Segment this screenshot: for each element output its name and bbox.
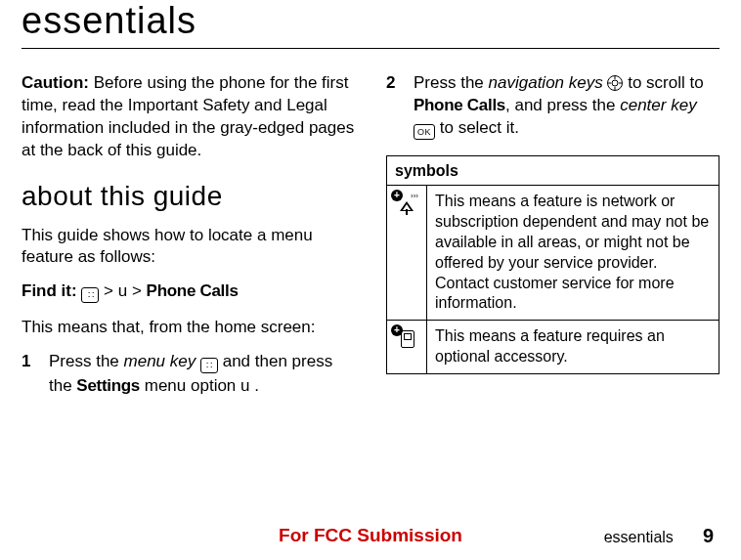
menu-key-icon: ∷ [81, 282, 99, 305]
network-dependent-icon: ››› + [395, 194, 418, 217]
findit-u-glyph: u [118, 281, 127, 300]
step2-center-key-term: center key [620, 96, 696, 114]
footer-right: essentials 9 [604, 525, 714, 547]
step-2-number: 2 [386, 72, 400, 142]
step-2-body: Press the navigation keys to scroll to P… [414, 72, 719, 142]
caution-label: Caution: [22, 73, 89, 92]
find-it-line: Find it: ∷ > u > Phone Calls [22, 280, 355, 305]
means-intro: This means that, from the home screen: [22, 317, 355, 339]
symbols-table: symbols ››› + This means a feature is ne… [386, 155, 719, 374]
about-this-guide-heading: about this guide [22, 178, 355, 215]
steps-list-left: 1 Press the menu key ∷ and then press th… [22, 351, 355, 398]
steps-list-right: 2 Press the navigation keys to scroll to… [386, 72, 719, 142]
navigation-key-icon [607, 75, 623, 91]
footer-page-number: 9 [703, 525, 714, 547]
page-footer: For FCC Submission essentials 9 [0, 525, 741, 546]
title-rule [22, 48, 719, 49]
symbol-row-network: ››› + This means a feature is network or… [387, 186, 719, 321]
step1-end: . [250, 376, 259, 395]
step2-text-a: Press the [414, 73, 489, 92]
findit-sep1: > [99, 281, 117, 300]
step2-phone-calls: Phone Calls [414, 96, 505, 114]
step1-menu-key-term: menu key [124, 352, 196, 370]
about-intro: This guide shows how to locate a menu fe… [22, 225, 355, 270]
symbol-network-text: This means a feature is network or subsc… [427, 186, 719, 321]
step1-text-a: Press the [49, 352, 124, 370]
step2-text-c: , and press the [505, 96, 620, 114]
fcc-submission-label: For FCC Submission [279, 525, 462, 546]
left-column: Caution: Before using the phone for the … [22, 72, 355, 408]
step2-navkeys-term: navigation keys [489, 73, 603, 92]
symbols-header: symbols [387, 155, 719, 186]
footer-section-name: essentials [604, 529, 674, 546]
step-1: 1 Press the menu key ∷ and then press th… [22, 351, 355, 398]
accessory-required-icon-cell: + [387, 321, 427, 374]
network-dependent-icon-cell: ››› + [387, 186, 427, 321]
step-1-number: 1 [22, 351, 35, 398]
page-title: essentials [22, 0, 719, 42]
step-1-body: Press the menu key ∷ and then press the … [49, 351, 355, 398]
symbol-accessory-text: This means a feature requires an optiona… [427, 321, 719, 374]
step2-text-b: to scroll to [623, 73, 703, 92]
step2-text-d: to select it. [435, 118, 519, 137]
step-2: 2 Press the navigation keys to scroll to… [386, 72, 719, 142]
findit-phone-calls: Phone Calls [147, 281, 239, 300]
accessory-required-icon: + [395, 328, 418, 352]
symbol-row-accessory: + This means a feature requires an optio… [387, 321, 719, 374]
symbols-header-row: symbols [387, 155, 719, 186]
find-it-label: Find it: [22, 281, 77, 300]
findit-sep2: > [127, 281, 146, 300]
right-column: 2 Press the navigation keys to scroll to… [386, 72, 719, 408]
menu-key-icon: ∷ [200, 353, 218, 375]
page-root: essentials Caution: Before using the pho… [0, 0, 741, 560]
two-column-layout: Caution: Before using the phone for the … [22, 72, 719, 408]
caution-paragraph: Caution: Before using the phone for the … [22, 72, 355, 162]
step1-text-c: menu option [140, 376, 240, 395]
step1-u-glyph: u [240, 376, 249, 395]
step1-settings: Settings [76, 376, 140, 395]
ok-key-icon: OK [414, 119, 435, 142]
